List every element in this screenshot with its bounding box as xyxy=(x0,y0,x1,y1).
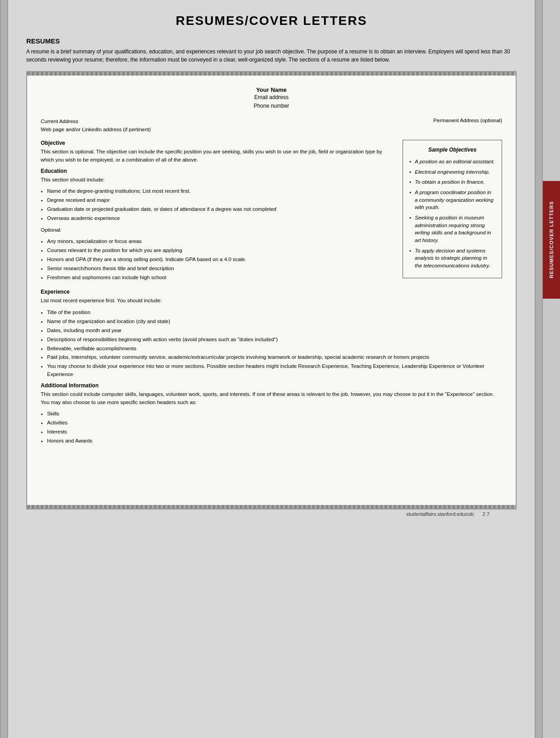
list-item: Seeking a position in museum administrat… xyxy=(409,214,495,244)
list-item: Dates, including month and year xyxy=(47,327,502,335)
list-item: Graduation date or projected graduation … xyxy=(47,205,395,214)
list-item: Title of the position xyxy=(47,309,502,317)
side-tab: RESUMES/COVER LETTERS xyxy=(543,181,560,299)
right-border xyxy=(535,0,543,738)
list-item: Name of the degree-granting institutions… xyxy=(47,187,395,195)
document-frame: Your Name Email address Phone number Cur… xyxy=(26,71,517,509)
objective-heading: Objective xyxy=(41,140,395,146)
additional-info-bullets: Skills Activities Interests Honors and A… xyxy=(47,410,502,445)
doc-current-address: Current Address Web page and/or LinkedIn… xyxy=(41,118,151,133)
experience-heading: Experience xyxy=(41,289,502,295)
doc-phone: Phone number xyxy=(41,102,502,110)
intro-text: A resume is a brief summary of your qual… xyxy=(26,48,517,64)
doc-right-col: Sample Objectives A position as an edito… xyxy=(403,140,502,286)
sample-objectives-title: Sample Objectives xyxy=(409,146,495,154)
list-item: Interests xyxy=(47,428,502,436)
doc-email: Email address xyxy=(41,93,502,102)
list-item: To apply decision and systems analysis t… xyxy=(409,247,495,270)
footer-page: 2 7 xyxy=(483,511,489,517)
list-item: To obtain a position in finance. xyxy=(409,178,495,186)
left-border xyxy=(0,0,8,738)
list-item: Descriptions of responsibilities beginni… xyxy=(47,336,502,344)
list-item: A program coordinator position in a comm… xyxy=(409,189,495,211)
optional-label: Optional: xyxy=(41,226,395,234)
sample-objectives-list: A position as an editorial assistant. El… xyxy=(409,158,495,270)
resumes-heading: RESUMES xyxy=(26,37,517,45)
top-strip xyxy=(27,72,516,76)
sample-objectives-box: Sample Objectives A position as an edito… xyxy=(403,140,502,278)
main-content: RESUMES/COVER LETTERS RESUMES A resume i… xyxy=(8,0,535,738)
page-footer: studentaffairs.stanford.edu/cdc 2 7 xyxy=(26,509,517,517)
doc-inner: Your Name Email address Phone number Cur… xyxy=(27,76,516,505)
list-item: Honors and Awards xyxy=(47,437,502,445)
list-item: A position as an editorial assistant. xyxy=(409,158,495,166)
doc-name: Your Name xyxy=(41,86,502,93)
experience-bullets: Title of the position Name of the organi… xyxy=(47,309,502,379)
list-item: Believable, verifiable accomplishments xyxy=(47,345,502,353)
list-item: Skills xyxy=(47,410,502,418)
education-intro: This section should include: xyxy=(41,176,395,184)
list-item: You may choose to divide your experience… xyxy=(47,362,502,379)
doc-permanent-address: Permanent Address (optional) xyxy=(433,118,502,133)
page-wrapper: RESUMES/COVER LETTERS RESUMES/COVER LETT… xyxy=(0,0,560,738)
doc-spacer xyxy=(41,449,502,494)
doc-address-row: Current Address Web page and/or LinkedIn… xyxy=(41,118,502,133)
page-title: RESUMES/COVER LETTERS xyxy=(26,14,517,28)
list-item: Overseas academic experience xyxy=(47,214,395,223)
experience-intro: List most recent experience first. You s… xyxy=(41,297,502,305)
list-item: Freshmen and sophomores can include high… xyxy=(47,274,395,282)
doc-two-col: Objective This section is optional. The … xyxy=(41,140,502,286)
objective-text: This section is optional. The objective … xyxy=(41,148,395,164)
list-item: Degree received and major xyxy=(47,196,395,205)
footer-url: studentaffairs.stanford.edu/cdc xyxy=(406,511,474,517)
list-item: Paid jobs, internships, volunteer commun… xyxy=(47,353,502,362)
list-item: Name of the organization and location (c… xyxy=(47,318,502,326)
bottom-strip xyxy=(27,505,516,509)
education-bullets: Name of the degree-granting institutions… xyxy=(47,187,395,222)
doc-header: Your Name Email address Phone number xyxy=(41,86,502,110)
list-item: Honors and GPA (if they are a strong sel… xyxy=(47,256,395,264)
list-item: Any minors, specialization or focus area… xyxy=(47,238,395,246)
doc-left-col: Objective This section is optional. The … xyxy=(41,140,395,286)
additional-info-text: This section could include computer skil… xyxy=(41,390,502,407)
list-item: Courses relevant to the position for whi… xyxy=(47,247,395,255)
additional-info-heading: Additional Information xyxy=(41,382,502,389)
optional-bullets: Any minors, specialization or focus area… xyxy=(47,238,395,281)
list-item: Senior research/honors thesis title and … xyxy=(47,265,395,273)
list-item: Electrical engineering internship. xyxy=(409,168,495,176)
education-heading: Education xyxy=(41,168,395,174)
list-item: Activities xyxy=(47,419,502,427)
